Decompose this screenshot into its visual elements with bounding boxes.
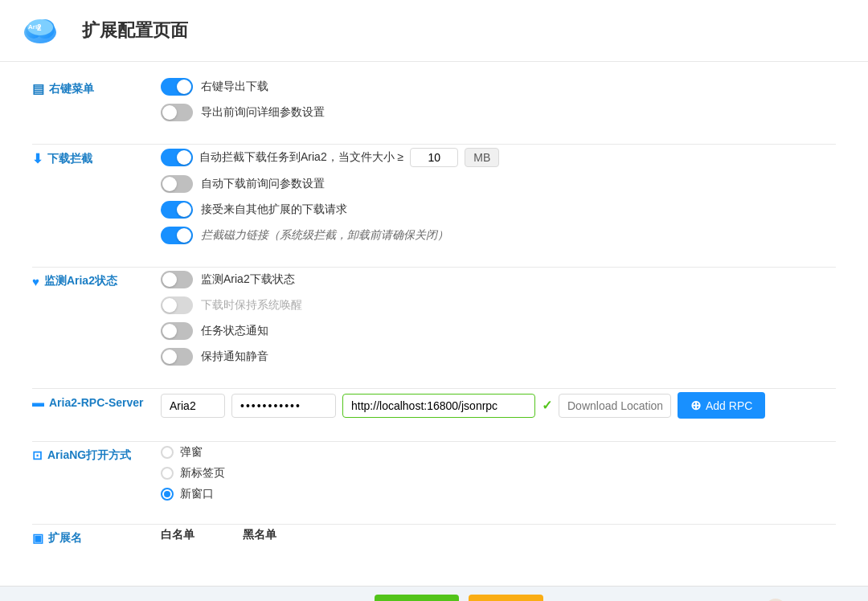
rpc-password-input[interactable] xyxy=(231,394,336,418)
aria2-logo-icon: 2 Aria xyxy=(19,10,61,51)
whitelist-header: 白名单 xyxy=(161,528,194,542)
mute-notify-label: 保持通知静音 xyxy=(201,350,268,364)
menu-icon: ▤ xyxy=(32,81,44,96)
right-menu-section: ▤ 右键菜单 右键导出下载 导出前询问详细参数设置 xyxy=(32,78,836,129)
download-intercept-content: 自动拦截下载任务到Aria2，当文件大小 ≥ MB 自动下载前询问参数设置 接受… xyxy=(161,148,836,244)
ariang-newwindow-radio[interactable] xyxy=(161,488,174,501)
right-menu-params-toggle[interactable] xyxy=(161,104,193,121)
ariang-open-content: 弹窗 新标签页 新窗口 xyxy=(161,445,836,501)
reset-button[interactable]: ✕ 重置 xyxy=(469,595,543,601)
ariang-newwindow-row[interactable]: 新窗口 xyxy=(161,487,836,501)
ask-before-download-toggle[interactable] xyxy=(161,175,193,193)
main-content: ▤ 右键菜单 右键导出下载 导出前询问详细参数设置 ⬇ 下载拦截 xyxy=(0,62,868,586)
ariang-open-radio-group: 弹窗 新标签页 新窗口 xyxy=(161,445,836,501)
auto-intercept-toggle[interactable] xyxy=(161,149,193,166)
rpc-config-row: ✓ ⊕ Add RPC xyxy=(161,392,836,419)
auto-intercept-row: 自动拦截下载任务到Aria2，当文件大小 ≥ MB xyxy=(161,148,836,167)
ariang-popup-label: 弹窗 xyxy=(180,445,203,460)
file-size-unit: MB xyxy=(465,148,499,167)
keep-awake-row: 下载时保持系统唤醒 xyxy=(161,296,836,314)
save-button[interactable]: ✓ 保存 xyxy=(375,595,459,601)
mute-notify-row: 保持通知静音 xyxy=(161,348,836,366)
intercept-magnet-label: 拦截磁力链接（系统级拦截，卸载前请确保关闭） xyxy=(201,228,448,243)
accept-other-ext-row: 接受来自其他扩展的下载请求 xyxy=(161,201,836,219)
right-menu-label: ▤ 右键菜单 xyxy=(32,78,161,96)
svg-point-6 xyxy=(765,599,786,602)
blacklist-header: 黑名单 xyxy=(243,528,276,542)
monitor-status-label: 监测Aria2下载状态 xyxy=(201,272,295,287)
right-menu-content: 右键导出下载 导出前询问详细参数设置 xyxy=(161,78,836,121)
footer-brand: 值 什么值得买 xyxy=(764,598,844,602)
extname-cols: 白名单 黑名单 xyxy=(161,528,836,547)
rpc-check-icon: ✓ xyxy=(542,398,552,413)
right-menu-export-row: 右键导出下载 xyxy=(161,78,836,96)
rpc-server-label: ▬ Aria2-RPC-Server xyxy=(32,392,161,409)
separator-3 xyxy=(32,388,836,389)
ariang-newtab-label: 新标签页 xyxy=(180,466,225,480)
monitor-aria2-content: 监测Aria2下载状态 下载时保持系统唤醒 任务状态通知 保持通知静音 xyxy=(161,271,836,366)
rpc-url-input[interactable] xyxy=(342,394,535,418)
whitelist-col: 白名单 xyxy=(161,528,194,547)
footer-actions: ✓ 保存 ✕ 重置 xyxy=(375,595,543,601)
mute-notify-toggle[interactable] xyxy=(161,348,193,366)
auto-intercept-label-before: 自动拦截下载任务到Aria2，当文件大小 ≥ xyxy=(199,150,403,165)
right-menu-params-row: 导出前询问详细参数设置 xyxy=(161,104,836,121)
rpc-server-section: ▬ Aria2-RPC-Server ✓ ⊕ Add RPC xyxy=(32,392,836,427)
download-intercept-section: ⬇ 下载拦截 自动拦截下载任务到Aria2，当文件大小 ≥ MB 自动下载前询问… xyxy=(32,148,836,252)
file-size-input[interactable] xyxy=(410,148,458,167)
extension-name-label: ▣ 扩展名 xyxy=(32,528,161,546)
monitor-status-toggle[interactable] xyxy=(161,271,193,288)
ariang-newtab-radio[interactable] xyxy=(161,467,174,480)
ariang-newtab-row[interactable]: 新标签页 xyxy=(161,466,836,480)
add-rpc-plus-icon: ⊕ xyxy=(690,398,701,413)
open-mode-icon: ⊡ xyxy=(32,448,43,463)
right-menu-export-toggle[interactable] xyxy=(161,78,193,96)
monitor-status-row: 监测Aria2下载状态 xyxy=(161,271,836,288)
right-menu-params-label: 导出前询问详细参数设置 xyxy=(201,105,325,120)
task-notify-toggle[interactable] xyxy=(161,322,193,340)
rpc-server-content: ✓ ⊕ Add RPC xyxy=(161,392,836,419)
right-menu-export-label: 右键导出下载 xyxy=(201,80,268,94)
page-title: 扩展配置页面 xyxy=(82,18,188,43)
rpc-name-input[interactable] xyxy=(161,394,225,418)
add-rpc-button[interactable]: ⊕ Add RPC xyxy=(678,392,765,419)
ariang-open-label: ⊡ AriaNG打开方式 xyxy=(32,445,161,463)
task-notify-row: 任务状态通知 xyxy=(161,322,836,340)
separator-2 xyxy=(32,267,836,268)
separator-5 xyxy=(32,524,836,525)
blacklist-col: 黑名单 xyxy=(243,528,276,547)
keep-awake-toggle[interactable] xyxy=(161,296,193,314)
app-footer: © Copyright 2023 Alex Hua ✓ 保存 ✕ 重置 值 什么… xyxy=(0,586,868,601)
ariang-popup-radio[interactable] xyxy=(161,446,174,459)
monitor-icon: ♥ xyxy=(32,275,39,288)
ariang-open-section: ⊡ AriaNG打开方式 弹窗 新标签页 新窗口 xyxy=(32,445,836,509)
intercept-magnet-row: 拦截磁力链接（系统级拦截，卸载前请确保关闭） xyxy=(161,227,836,244)
monitor-aria2-label: ♥ 监测Aria2状态 xyxy=(32,271,161,288)
app-logo: 2 Aria xyxy=(19,10,69,51)
svg-text:Aria: Aria xyxy=(28,23,41,31)
extension-icon: ▣ xyxy=(32,531,43,546)
ask-before-download-row: 自动下载前询问参数设置 xyxy=(161,175,836,193)
extension-name-content: 白名单 黑名单 xyxy=(161,528,836,547)
task-notify-label: 任务状态通知 xyxy=(201,324,268,338)
brand-logo-icon: 值 xyxy=(764,598,787,602)
separator-1 xyxy=(32,144,836,145)
ariang-newwindow-label: 新窗口 xyxy=(180,487,214,501)
intercept-magnet-toggle[interactable] xyxy=(161,227,193,244)
monitor-aria2-section: ♥ 监测Aria2状态 监测Aria2下载状态 下载时保持系统唤醒 任务状态 xyxy=(32,271,836,374)
download-intercept-label: ⬇ 下载拦截 xyxy=(32,148,161,166)
keep-awake-label: 下载时保持系统唤醒 xyxy=(201,298,302,313)
ask-before-download-label: 自动下载前询问参数设置 xyxy=(201,177,325,191)
download-icon: ⬇ xyxy=(32,151,43,166)
rpc-location-input[interactable] xyxy=(559,394,671,418)
accept-other-ext-label: 接受来自其他扩展的下载请求 xyxy=(201,202,347,217)
ariang-popup-row[interactable]: 弹窗 xyxy=(161,445,836,460)
server-icon: ▬ xyxy=(32,395,44,409)
separator-4 xyxy=(32,441,836,442)
extension-name-section: ▣ 扩展名 白名单 黑名单 xyxy=(32,528,836,555)
accept-other-ext-toggle[interactable] xyxy=(161,201,193,219)
app-header: 2 Aria 扩展配置页面 xyxy=(0,0,868,62)
